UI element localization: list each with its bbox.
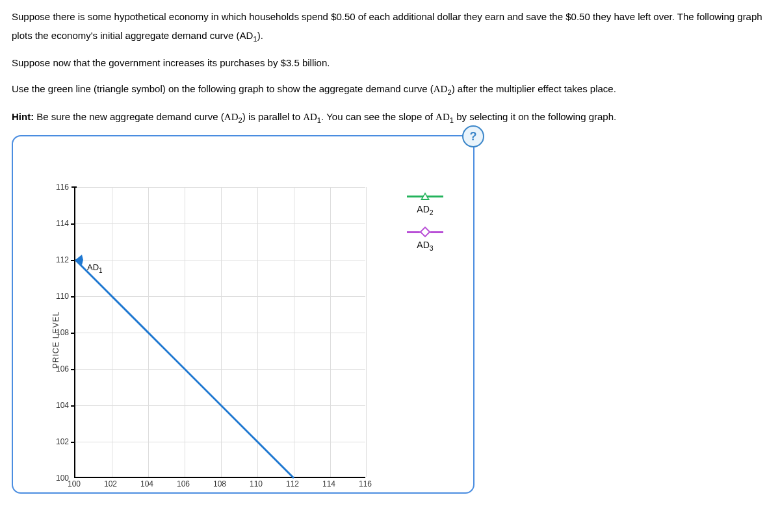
y-tick-label: 104 — [49, 401, 69, 410]
x-tick-label: 110 — [250, 479, 263, 488]
y-tick-label: 116 — [49, 183, 69, 192]
plot-svg: AD1 — [75, 187, 367, 478]
text: ) after the multiplier effect takes plac… — [452, 83, 616, 94]
tick — [71, 296, 75, 298]
y-tick-label: 114 — [49, 219, 69, 228]
text: Suppose there is some hypothetical econo… — [12, 11, 762, 41]
tick — [71, 369, 75, 370]
text: Use the green line (triangle symbol) on … — [12, 83, 434, 94]
y-tick-label: 100 — [49, 474, 69, 483]
x-tick-label: 106 — [177, 479, 190, 488]
y-axis-label: PRICE LEVEL — [51, 311, 60, 368]
legend-label: AD3 — [417, 240, 433, 252]
text: ). — [257, 30, 263, 41]
text: . You can see the slope of — [321, 111, 436, 122]
y-tick-label: 110 — [49, 292, 69, 301]
x-tick-label: 102 — [104, 479, 117, 488]
ad1-label: AD — [436, 112, 450, 122]
text: Suppose now that the government increase… — [12, 57, 330, 68]
x-tick-label: 116 — [359, 479, 372, 488]
legend: AD2 AD3 — [393, 195, 458, 266]
text: ) is parallel to — [242, 111, 303, 122]
tick — [71, 405, 75, 407]
ad2-label: AD — [434, 84, 448, 94]
legend-item-ad2[interactable]: AD2 — [393, 195, 458, 216]
y-tick-label: 102 — [49, 437, 69, 446]
ad1-label: AD — [240, 30, 254, 41]
graph-container: ? PRICE LEVEL AD1 — [12, 135, 474, 494]
y-tick-label: 108 — [49, 328, 69, 337]
x-tick-label: 108 — [213, 479, 226, 488]
x-tick-label: 104 — [140, 479, 153, 488]
question-hint: Hint: Be sure the new aggregate demand c… — [12, 108, 768, 127]
y-tick-label: 106 — [49, 364, 69, 374]
x-tick-label: 100 — [68, 479, 81, 488]
chart[interactable]: PRICE LEVEL AD1 — [29, 187, 458, 492]
ad1-label: AD — [303, 112, 317, 122]
question-paragraph-2: Suppose now that the government increase… — [12, 54, 768, 73]
text: by selecting it on the following graph. — [454, 111, 616, 122]
help-button[interactable]: ? — [462, 125, 484, 147]
y-tick-label: 112 — [49, 255, 69, 264]
legend-item-ad3[interactable]: AD3 — [393, 231, 458, 252]
tick — [71, 442, 75, 443]
tick — [71, 223, 75, 225]
plot-area[interactable]: AD1 — [74, 187, 365, 478]
tick — [71, 260, 75, 261]
axis-cap — [72, 186, 77, 188]
tick — [71, 333, 75, 334]
x-tick-label: 112 — [286, 479, 299, 488]
question-paragraph-1: Suppose there is some hypothetical econo… — [12, 8, 768, 46]
diamond-icon — [407, 231, 443, 233]
x-tick-label: 114 — [322, 479, 335, 488]
hint-label: Hint: — [12, 111, 34, 122]
legend-label: AD2 — [417, 204, 433, 216]
help-icon: ? — [470, 130, 477, 144]
ad2-label: AD — [224, 112, 239, 122]
ad1-line[interactable] — [75, 260, 294, 478]
question-instruction: Use the green line (triangle symbol) on … — [12, 80, 768, 99]
text: Be sure the new aggregate demand curve ( — [34, 111, 224, 122]
ad1-inline-label: AD1 — [87, 262, 103, 274]
triangle-icon — [407, 195, 443, 197]
